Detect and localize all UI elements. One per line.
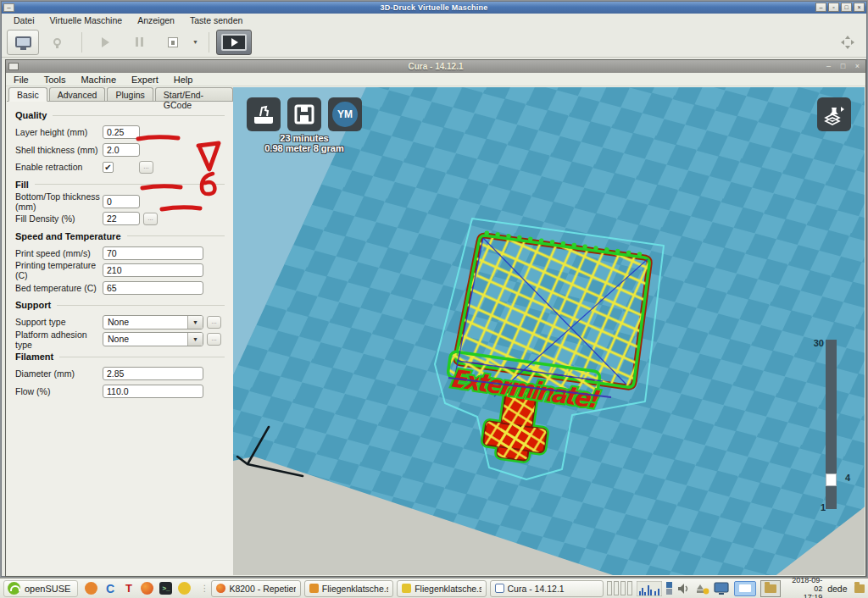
bottom-top-thickness-label: Bottom/Top thickness (mm) <box>15 191 103 212</box>
launcher-icon-terminal[interactable]: >_ <box>159 582 172 595</box>
folder-icon[interactable] <box>854 584 865 593</box>
clipboard-widget[interactable] <box>760 580 781 597</box>
share-youmagine-button[interactable]: YM <box>328 97 362 131</box>
cura-menu-help[interactable]: Help <box>166 75 201 85</box>
vm-minimize-button[interactable]: ▫ <box>828 3 839 12</box>
task-window-cura[interactable]: Cura - 14.12.1 <box>490 580 604 597</box>
task-window-scad-file[interactable]: Fliegenklatsche.scad - /ho... <box>397 580 486 597</box>
workspace-widget[interactable] <box>666 582 672 595</box>
youmagine-icon: YM <box>332 102 358 127</box>
vm-play-button[interactable] <box>89 30 121 55</box>
filament-diameter-input[interactable] <box>103 367 203 380</box>
vm-close-button[interactable]: × <box>854 3 865 12</box>
vm-titlebar: – 3D-Druck Virtuelle Maschine – ▫ □ × <box>2 2 866 14</box>
tab-start-end-gcode[interactable]: Start/End-GCode <box>155 87 233 101</box>
cura-menu-expert[interactable]: Expert <box>124 75 166 85</box>
support-type-select[interactable]: None ▼ <box>103 315 203 329</box>
filament-flow-input[interactable] <box>103 385 203 398</box>
layer-max-label: 30 <box>814 338 824 348</box>
cura-minimize-button[interactable]: – <box>824 62 833 71</box>
support-type-more-button[interactable]: ... <box>207 316 221 329</box>
launcher-icon-chromium[interactable]: C <box>103 582 116 595</box>
vm-screenshot-button[interactable] <box>157 30 189 55</box>
scad-file-icon <box>309 584 319 593</box>
layer-height-label: Layer height (mm) <box>15 127 103 137</box>
cura-app-icon <box>8 63 19 70</box>
vm-maximize-button[interactable]: □ <box>841 3 852 12</box>
layer-min-label: 1 <box>821 502 826 512</box>
printing-temperature-input[interactable] <box>103 263 203 277</box>
display-settings-icon[interactable] <box>714 582 730 595</box>
tab-basic[interactable]: Basic <box>8 87 47 102</box>
show-desktop-button[interactable] <box>734 581 756 596</box>
fill-density-input[interactable] <box>103 212 140 225</box>
section-filament: Filament <box>12 348 226 365</box>
print-statistics: 23 minutes 0.98 meter 8 gram <box>233 133 376 153</box>
print-speed-input[interactable] <box>103 246 203 260</box>
vm-menu-datei[interactable]: Datei <box>7 14 42 26</box>
taskbar: openSUSE C T >_ ⋮ K8200 - Repetier-Serve… <box>0 578 868 598</box>
task-window-repetier[interactable]: K8200 - Repetier-Server Fr... <box>211 580 300 597</box>
layer-height-input[interactable] <box>103 125 140 139</box>
platform-adhesion-select[interactable]: None ▼ <box>103 332 203 346</box>
folder-icon <box>765 584 776 593</box>
vm-rollup-button[interactable]: – <box>3 3 14 12</box>
save-toolpath-button[interactable] <box>287 97 321 131</box>
vm-console-button[interactable] <box>216 30 252 55</box>
print-load-icon <box>253 103 275 125</box>
cura-menu-tools[interactable]: Tools <box>36 75 74 85</box>
vm-display-button[interactable] <box>7 30 39 55</box>
launcher-icon-tool[interactable]: T <box>122 582 135 595</box>
bottom-top-thickness-input[interactable] <box>103 195 140 208</box>
vm-pause-button[interactable] <box>123 30 155 55</box>
fullscreen-arrows-icon[interactable] <box>841 36 854 49</box>
firefox-icon <box>216 584 225 593</box>
cura-maximize-button[interactable]: □ <box>838 62 848 71</box>
section-support: Support <box>12 296 226 313</box>
print-speed-label: Print speed (mm/s) <box>15 248 103 258</box>
retraction-more-button[interactable]: ... <box>139 161 153 174</box>
volume-icon[interactable] <box>676 582 690 595</box>
lightbulb-icon <box>53 38 61 46</box>
view-mode-button[interactable] <box>817 97 851 131</box>
vm-menu-virtuelle-maschine[interactable]: Virtuelle Maschine <box>43 14 130 26</box>
bed-temperature-input[interactable] <box>103 281 203 295</box>
print-material: 0.98 meter 8 gram <box>233 143 376 153</box>
application-launcher-button[interactable]: openSUSE <box>3 580 78 597</box>
shell-thickness-input[interactable] <box>103 143 140 157</box>
play-icon <box>102 37 109 47</box>
vm-menu-taste-senden[interactable]: Taste senden <box>183 14 249 26</box>
pager-widget[interactable] <box>607 581 632 595</box>
tab-plugins[interactable]: Plugins <box>107 87 153 101</box>
3d-viewport[interactable]: Exterminate! <box>233 87 865 575</box>
task-window-scad-editor[interactable]: Fliegenklatsche.scad — ... <box>304 580 393 597</box>
quick-launch: C T >_ <box>85 582 191 595</box>
layer-slider-handle[interactable] <box>826 473 837 486</box>
device-notifier-icon[interactable] <box>694 582 709 595</box>
chevron-down-icon[interactable]: ▼ <box>192 39 198 45</box>
launcher-icon-app[interactable] <box>178 582 191 595</box>
layer-current-label: 4 <box>845 473 850 483</box>
support-type-label: Support type <box>15 317 103 327</box>
vm-power-button[interactable] <box>41 30 73 55</box>
model-fliegenklatsche[interactable]: Exterminate! <box>401 200 765 513</box>
launcher-icon-thunderbird[interactable] <box>85 582 97 595</box>
vm-menu-anzeigen[interactable]: Anzeigen <box>131 14 181 26</box>
vm-shade-button[interactable]: – <box>815 3 826 12</box>
system-load-graph[interactable] <box>637 581 662 596</box>
chevron-down-icon[interactable]: ▼ <box>187 316 203 329</box>
layer-slider[interactable] <box>826 340 837 509</box>
launcher-icon-firefox[interactable] <box>141 582 153 595</box>
cura-close-button[interactable]: × <box>853 62 862 71</box>
chevron-down-icon[interactable]: ▼ <box>187 333 203 346</box>
load-model-button[interactable] <box>247 97 281 131</box>
fill-density-more-button[interactable]: ... <box>143 213 158 225</box>
pause-icon <box>136 37 143 47</box>
enable-retraction-checkbox[interactable]: ✔ <box>103 162 114 173</box>
cura-menu-file[interactable]: File <box>6 75 36 85</box>
cura-menu-machine[interactable]: Machine <box>73 75 124 85</box>
platform-adhesion-more-button[interactable]: ... <box>207 333 221 346</box>
tab-advanced[interactable]: Advanced <box>49 87 106 101</box>
clock-widget[interactable]: 2018-09-02 17:19 <box>787 576 822 598</box>
layers-view-icon <box>822 102 846 126</box>
